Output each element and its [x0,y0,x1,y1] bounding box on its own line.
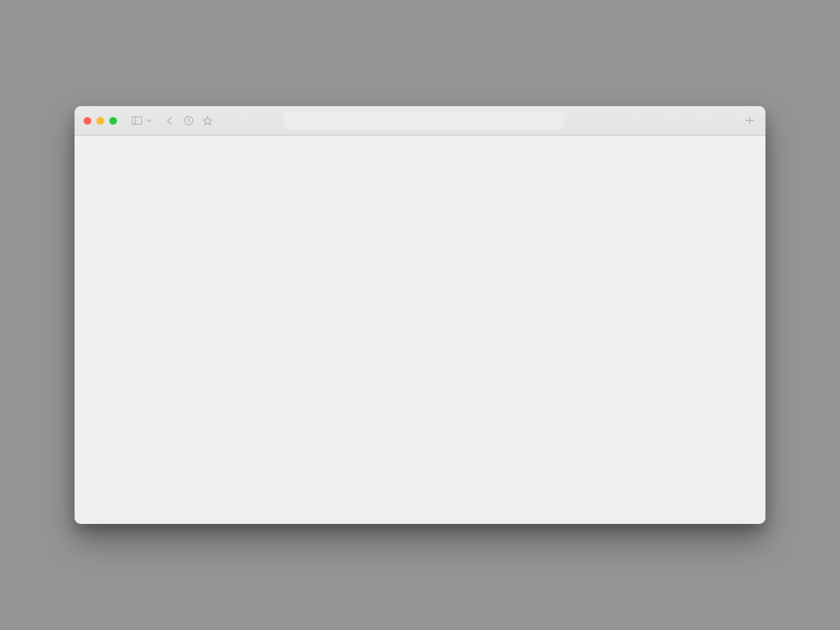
close-button[interactable] [84,117,91,125]
favorites-button[interactable] [201,114,215,128]
browser-window [75,106,765,524]
page-content [75,136,765,524]
new-tab-button[interactable] [742,114,756,128]
address-bar[interactable] [284,113,564,129]
sidebar-toggle-group [130,114,153,128]
toolbar [75,106,765,136]
chevron-left-icon [166,116,172,125]
sidebar-dropdown-button[interactable] [145,114,153,128]
minimize-button[interactable] [96,117,104,125]
traffic-lights [84,117,117,125]
sidebar-icon [132,116,142,125]
maximize-button[interactable] [109,117,117,125]
svg-rect-0 [132,117,142,125]
clock-icon [184,116,193,125]
star-icon [202,116,213,125]
back-button[interactable] [162,114,176,128]
history-button[interactable] [181,114,195,128]
sidebar-toggle-button[interactable] [130,114,144,128]
plus-icon [746,116,754,125]
chevron-down-icon [147,119,152,122]
